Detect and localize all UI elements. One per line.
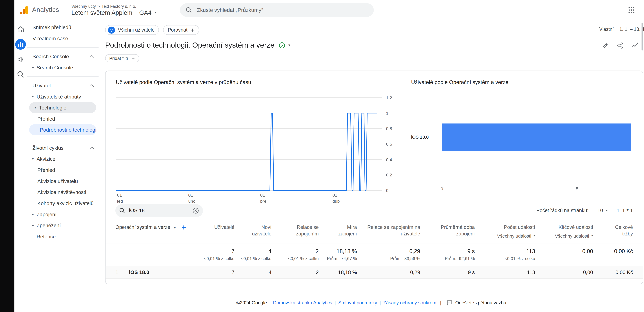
property-selector[interactable]: Letem světem Applem – GA4 ▾ [72,9,156,16]
report-title-row: Podrobnosti o technologii: Operační syst… [105,41,644,50]
account-block: Všechny účty > Text Factory s. r. o. Let… [72,4,156,16]
column-header-uzivatele[interactable]: ↓Uživatelé [203,224,234,239]
bar-chart-xtick: 0 [441,186,443,191]
chevron-down-icon[interactable]: ▾ [288,43,290,47]
reports-nav-button[interactable] [15,39,26,50]
sidebar-item-akvizice[interactable]: ▾ Akvizice [27,154,99,164]
line-chart: Uživatelé podle Operační systém a verze … [116,79,393,191]
date-range-picker[interactable]: Vlastní 1. 1. – 18. 4. 202 [599,27,644,31]
insights-icon[interactable] [631,41,639,49]
tick-month: dub [332,198,340,204]
column-header-celkove-trzby[interactable]: Celkové tržby [593,224,633,239]
sidebar-item-snimek-prehledu[interactable]: Snímek přehledů [27,22,99,33]
page-title: Podrobnosti o technologii: Operační syst… [105,41,274,50]
tick-day: 01 [332,192,340,198]
global-search[interactable] [180,3,374,17]
column-header-prumerna-doba[interactable]: Průměrná doba zapojení [420,224,475,239]
vertical-scrollbar[interactable] [641,20,644,312]
bar-chart: Uživatelé podle Operační systém a verze … [411,79,634,191]
sidebar-item-akvizice-navstevnosti[interactable]: Akvizice návštěvnosti [27,187,99,198]
table-search-input[interactable] [129,208,188,213]
column-header-klicove-udalosti[interactable]: Klíčové události Všechny události ▾ [535,224,593,239]
global-search-input[interactable] [197,7,368,13]
sidebar-item-kohorty-akvizic[interactable]: Kohorty akvizic uživatelů [27,198,99,209]
share-icon[interactable] [616,41,624,49]
data-quality-badge[interactable] [278,42,286,49]
sidebar-item-zpenezeni[interactable]: ▸ Zpeněžení [27,220,99,231]
sidebar-item-uzivatelske-atributy[interactable]: ▸ Uživatelské atributy [27,91,99,102]
app-header: Analytics Všechny účty > Text Factory s.… [14,0,644,20]
sidebar-item-akvizice-uzivatelu[interactable]: Akvizice uživatelů [27,175,99,187]
column-header-novi-uzivatele[interactable]: Noví uživatelé [234,224,272,239]
divider [27,76,99,77]
divider [27,47,99,48]
footer-separator: | [334,301,336,305]
column-header-mira-zapojeni[interactable]: Míra zapojení [319,224,357,239]
line-chart-xtick: 01 led [117,192,123,204]
main-content: V Všichni uživatelé Porovnat Vlastní 1. … [99,20,644,312]
analytics-home-link[interactable]: Analytics [14,5,59,15]
chevron-up-icon [90,147,94,151]
line-chart-y-axis: 1,2 1 0,8 0,6 0,4 0,2 0 [386,92,393,191]
footer-link-analytics-home[interactable]: Domovská stránka Analytics [273,301,332,305]
sidebar-item-prehled-akvizice[interactable]: Přehled [27,164,99,176]
sidebar-item-podrobnosti-o-technologii[interactable]: Podrobnosti o technologii [29,124,96,136]
scrollbar-thumb[interactable] [642,22,643,50]
footer-link-privacy[interactable]: Zásady ochrany soukromí [383,301,438,305]
event-filter-select[interactable]: Všechny události ▾ [497,233,535,239]
sidebar-section-uzivatel[interactable]: Uživatel [27,80,99,91]
home-nav-button[interactable] [16,24,26,34]
explore-nav-button[interactable] [16,69,26,79]
add-dimension-button[interactable] [181,225,186,230]
row-dimension: iOS 18.0 [129,270,149,275]
app-name: Analytics [32,6,59,13]
sort-desc-icon: ↓ [211,225,213,230]
chevron-down-icon: ▾ [606,209,608,212]
advertising-nav-button[interactable] [16,55,26,64]
footer-link-terms[interactable]: Smluvní podmínky [338,301,377,305]
bar-chart-xtick: 5 [576,186,578,191]
breadcrumb[interactable]: Všechny účty > Text Factory s. r. o. [72,4,156,8]
rows-per-page-select[interactable]: 10 ▾ [598,208,608,213]
footer-separator: | [269,301,270,305]
apps-grid-icon[interactable] [628,6,635,13]
sidebar-item-search-console[interactable]: ▸ Search Console [27,62,99,73]
sidebar-item-zapojeni[interactable]: ▸ Zapojení [27,209,99,220]
date-range-value: 1. 1. – 18. 4. 202 [620,27,644,31]
segment-chip-all-users[interactable]: V Všichni uživatelé [105,25,159,35]
customize-report-icon[interactable] [601,41,610,49]
table-row[interactable]: 1 iOS 18.0 7 4 2 18,18 % 0,29 9 s 113 0,… [106,266,643,279]
sidebar-section-zivotni-cyklus[interactable]: Životní cyklus [27,142,99,154]
bar-chart-title: Uživatelé podle Operační systém a verze [411,79,634,85]
line-chart-xtick: 01 bře [260,192,266,204]
chevron-down-icon: ▾ [154,10,156,14]
dimension-header[interactable]: Operační systém a verze ▾ [106,224,203,239]
charts-row: Uživatelé podle Operační systém a verze … [106,71,643,191]
bar-chart-plot-area: 0 5 [442,93,637,184]
send-feedback[interactable]: Odešlete zpětnou vazbu [446,300,506,306]
column-header-pocet-udalosti[interactable]: Počet událostí Všechny události ▾ [475,224,535,239]
rows-per-page-label: Počet řádků na stránku: [536,208,588,213]
segment-avatar: V [108,26,115,33]
clear-search-icon[interactable] [192,207,199,214]
sidebar-section-search-console[interactable]: Search Console [27,51,99,62]
sidebar-item-v-realnem-case[interactable]: V reálném čase [27,33,99,44]
column-header-relace-na-uzivatele[interactable]: Relace se zapojením na uživatele [357,224,420,239]
copyright: ©2024 Google [236,301,267,305]
table-search[interactable] [116,204,203,217]
tick-day: 01 [117,192,123,198]
breadcrumb-accounts: Všechny účty [72,4,96,8]
chevron-down-icon: ▾ [174,226,176,230]
sidebar-item-prehled-technologie[interactable]: Přehled [27,113,99,124]
line-chart-xtick: 01 dub [332,192,340,204]
sidebar-item-retence[interactable]: Retence [27,231,99,242]
sidebar-item-technologie[interactable]: ▾ Technologie [29,102,96,113]
analytics-app: Analytics Všechny účty > Text Factory s.… [0,0,644,312]
footer-separator: | [380,301,381,305]
key-event-filter-select[interactable]: Všechny události ▾ [555,233,593,239]
add-filter-chip[interactable]: Přidat filtr [105,54,140,62]
arrow-right-icon: ▸ [29,212,36,216]
column-header-relace-se-zapojenim[interactable]: Relace se zapojením [272,224,319,239]
advertising-icon [16,55,25,64]
compare-chip[interactable]: Porovnat [163,25,200,35]
